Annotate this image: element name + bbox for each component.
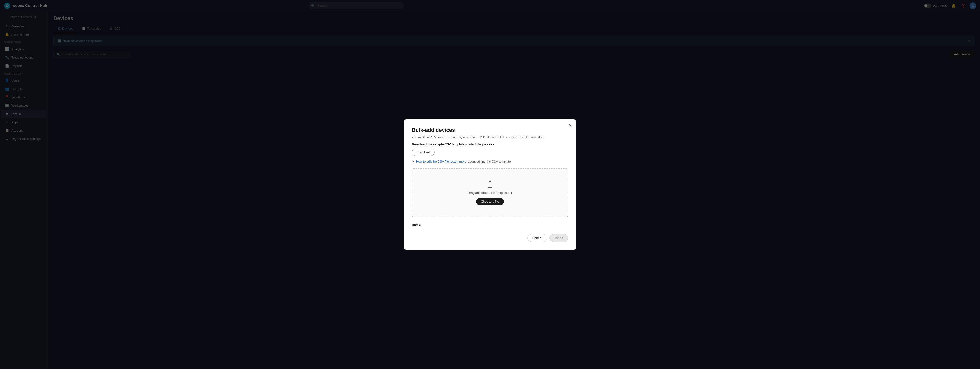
upload-icon	[418, 180, 562, 188]
modal-subtitle: Add multiple XoD devices at once by uplo…	[412, 136, 568, 139]
modal-close-button[interactable]: ✕	[568, 123, 572, 127]
csv-help-row: How to edit the CSV file. Learn more abo…	[412, 160, 568, 163]
modal-footer: Cancel Import	[412, 234, 568, 242]
drop-text: Drag and drop a file to upload or	[418, 191, 562, 194]
file-drop-zone[interactable]: Drag and drop a file to upload or Choose…	[412, 168, 568, 217]
arrow-head	[488, 180, 492, 182]
import-button[interactable]: Import	[549, 234, 568, 242]
cancel-button[interactable]: Cancel	[527, 234, 547, 242]
csv-help-suffix: about editing the CSV template	[468, 160, 511, 163]
arrow-base	[488, 187, 492, 188]
csv-help-link[interactable]: How to edit the CSV file. Learn more	[416, 160, 466, 163]
modal-title: Bulk-add devices	[412, 127, 568, 133]
modal-overlay[interactable]: ✕ Bulk-add devices Add multiple XoD devi…	[0, 0, 980, 369]
chevron-right-icon	[411, 160, 414, 163]
choose-file-button[interactable]: Choose a file	[476, 198, 504, 205]
name-label: Name:	[412, 223, 421, 226]
modal-bulk-add: ✕ Bulk-add devices Add multiple XoD devi…	[404, 119, 576, 250]
download-button[interactable]: Download	[412, 148, 435, 156]
name-row: Name:	[412, 223, 568, 226]
modal-download-label: Download the sample CSV template to star…	[412, 143, 568, 146]
arrow-shaft	[490, 182, 490, 187]
